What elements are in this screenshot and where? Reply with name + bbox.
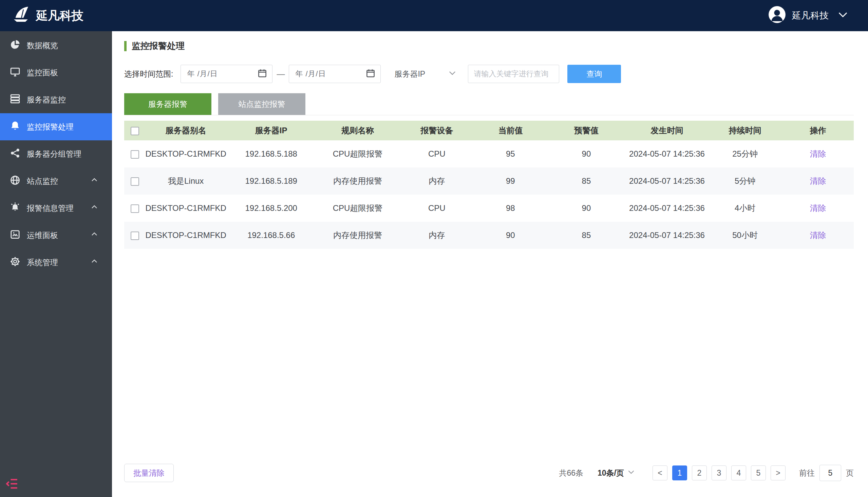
server-group-icon (10, 147, 21, 161)
page-button[interactable]: 3 (712, 466, 727, 480)
page-button[interactable]: 1 (672, 466, 687, 480)
tab-site-alarm[interactable]: 站点监控报警 (218, 93, 305, 115)
sidebar-item-monitor-panel[interactable]: 监控面板 (0, 59, 112, 86)
row-checkbox[interactable] (130, 204, 139, 213)
sidebar-collapse-button[interactable] (5, 477, 19, 492)
cell-server-ip: 192.168.5.188 (226, 140, 316, 168)
goto-label: 前往 (799, 468, 815, 478)
cell-action: 清除 (782, 222, 854, 249)
cell-alarm-device: CPU (399, 140, 474, 168)
start-date-input[interactable]: 年 /月/日 (180, 65, 273, 83)
cell-action: 清除 (782, 195, 854, 222)
cell-server-alias: 我是Linux (145, 168, 226, 195)
page-size-select[interactable]: 10条/页 (597, 468, 636, 478)
cell-rule-name: 内存使用报警 (316, 222, 399, 249)
sidebar-item-label: 服务器监控 (27, 95, 66, 105)
keyword-input[interactable] (468, 65, 559, 83)
clear-row-button[interactable]: 清除 (810, 176, 826, 185)
calendar-icon (257, 68, 267, 80)
column-header: 预警值 (547, 121, 626, 140)
sidebar-item-site-monitor[interactable]: 站点监控 (0, 168, 112, 195)
app-root: 延凡科技 延凡科技 数据概览 (0, 0, 868, 497)
select-all-checkbox[interactable] (130, 127, 139, 135)
cell-rule-name: 内存使用报警 (316, 168, 399, 195)
row-checkbox[interactable] (130, 231, 139, 240)
chevron-down-icon (627, 468, 636, 478)
row-checkbox[interactable] (130, 177, 139, 186)
tab-bar: 服务器报警 站点监控报警 (124, 93, 854, 115)
cell-rule-name: CPU超限报警 (316, 140, 399, 168)
server-ip-select-value: 服务器IP (394, 69, 425, 79)
clear-row-button[interactable]: 清除 (810, 230, 826, 240)
chevron-down-icon (447, 68, 457, 80)
chevron-down-icon (837, 9, 849, 23)
user-avatar-icon (768, 6, 786, 26)
sidebar-item-system-management[interactable]: 系统管理 (0, 249, 112, 276)
sidebar-item-label: 报警信息管理 (27, 203, 74, 214)
clear-row-button[interactable]: 清除 (810, 203, 826, 213)
date-placeholder: 年 /月/日 (187, 69, 218, 79)
cell-server-alias: DESKTOP-C1RMFKD (145, 195, 226, 222)
monitor-icon (10, 66, 21, 79)
column-header: 发生时间 (626, 121, 708, 140)
clear-row-button[interactable]: 清除 (810, 149, 826, 158)
prev-page-button[interactable]: < (652, 466, 667, 480)
brand: 延凡科技 (12, 5, 83, 26)
end-date-input[interactable]: 年 /月/日 (289, 65, 381, 83)
table-row: DESKTOP-C1RMFKD192.168.5.188CPU超限报警CPU95… (124, 140, 854, 168)
sidebar-item-server-group[interactable]: 服务器分组管理 (0, 140, 112, 168)
ops-panel-icon (10, 229, 21, 242)
cell-occur-time: 2024-05-07 14:25:36 (626, 168, 708, 195)
row-select-cell (124, 195, 145, 222)
page-button[interactable]: 2 (692, 466, 707, 480)
brand-logo-icon (12, 5, 30, 26)
page-button[interactable]: 4 (731, 466, 746, 480)
goto-suffix: 页 (846, 468, 854, 478)
goto-page-input[interactable] (819, 465, 841, 481)
pagination: 共66条 10条/页 < 12345 > 前往 页 (559, 465, 854, 481)
table-footer: 批量清除 共66条 10条/页 < 12345 > 前往 页 (124, 464, 854, 482)
server-ip-select[interactable]: 服务器IP (394, 68, 457, 80)
sidebar-item-label: 监控面板 (27, 68, 58, 78)
cell-server-ip: 192.168.5.189 (226, 168, 316, 195)
column-header: 服务器IP (226, 121, 316, 140)
sidebar-item-ops-panel[interactable]: 运维面板 (0, 222, 112, 249)
cell-occur-time: 2024-05-07 14:25:36 (626, 140, 708, 168)
batch-clear-button[interactable]: 批量清除 (124, 464, 174, 482)
column-header: 报警设备 (399, 121, 474, 140)
cell-current-value: 90 (474, 222, 547, 249)
sidebar-item-alarm-handling[interactable]: 监控报警处理 (0, 113, 112, 140)
alarm-table-body: DESKTOP-C1RMFKD192.168.5.188CPU超限报警CPU95… (124, 140, 854, 249)
server-icon (10, 93, 21, 106)
row-select-cell (124, 140, 145, 168)
sidebar-item-label: 监控报警处理 (27, 122, 74, 132)
column-header: 规则名称 (316, 121, 399, 140)
gear-icon (10, 256, 21, 269)
chevron-up-icon (89, 202, 99, 214)
cell-occur-time: 2024-05-07 14:25:36 (626, 222, 708, 249)
page-title: 监控报警处理 (132, 40, 184, 52)
search-button[interactable]: 查询 (567, 65, 621, 83)
sidebar-item-label: 系统管理 (27, 257, 58, 268)
cell-alarm-device: CPU (399, 195, 474, 222)
user-menu[interactable]: 延凡科技 (768, 6, 849, 26)
cell-occur-time: 2024-05-07 14:25:36 (626, 195, 708, 222)
cell-duration: 5分钟 (708, 168, 782, 195)
chevron-up-icon (89, 229, 99, 241)
range-separator: — (277, 69, 285, 79)
sidebar-item-server-monitor[interactable]: 服务器监控 (0, 86, 112, 113)
chevron-up-icon (89, 175, 99, 187)
row-checkbox[interactable] (130, 150, 139, 159)
next-page-button[interactable]: > (771, 466, 786, 480)
sidebar-item-label: 数据概览 (27, 40, 58, 51)
page-button[interactable]: 5 (751, 466, 766, 480)
sidebar-item-alarm-info[interactable]: 报警信息管理 (0, 195, 112, 222)
main-content: 监控报警处理 选择时间范围: 年 /月/日 — 年 /月/日 服务器IP (112, 31, 868, 497)
sidebar-item-label: 站点监控 (27, 176, 58, 186)
tab-server-alarm[interactable]: 服务器报警 (124, 93, 211, 115)
cell-threshold-value: 85 (547, 168, 626, 195)
column-header: 当前值 (474, 121, 547, 140)
pie-chart-icon (10, 39, 21, 52)
sidebar-item-data-overview[interactable]: 数据概览 (0, 32, 112, 59)
filter-bar: 选择时间范围: 年 /月/日 — 年 /月/日 服务器IP (124, 65, 854, 83)
